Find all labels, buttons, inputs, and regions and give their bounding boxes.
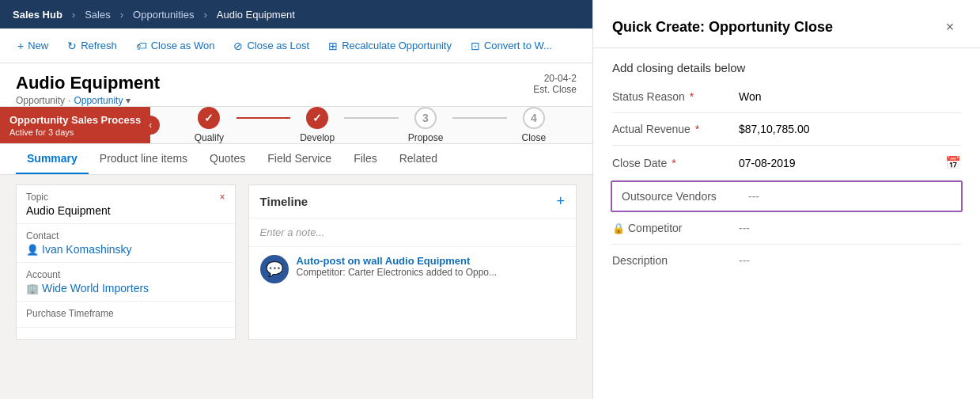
tab-summary[interactable]: Summary bbox=[16, 144, 89, 174]
record-subtype-link[interactable]: Opportunity bbox=[74, 95, 123, 106]
command-bar: + New ↻ Refresh 🏷 Close as Won ⊘ Close a… bbox=[0, 28, 592, 63]
step-propose-circle[interactable]: 3 bbox=[414, 107, 437, 129]
breadcrumb-sep-1: › bbox=[72, 9, 75, 21]
breadcrumb-sep-3: › bbox=[203, 9, 206, 21]
close-lost-label: Close as Lost bbox=[247, 40, 309, 51]
timeline-content: Auto-post on wall Audio Equipment Compet… bbox=[297, 255, 497, 278]
panel-form: Status Reason * Won Actual Revenue * $87… bbox=[593, 81, 980, 276]
refresh-label: Refresh bbox=[81, 40, 117, 51]
panel-header: Quick Create: Opportunity Close × bbox=[593, 0, 980, 48]
step-propose-label: Propose bbox=[408, 132, 444, 143]
tabs-bar: Summary Product line items Quotes Field … bbox=[0, 144, 592, 175]
breadcrumb-sales[interactable]: Sales bbox=[85, 9, 111, 21]
form-value-competitor[interactable]: --- bbox=[739, 222, 961, 234]
form-row-outsource-vendors: Outsource Vendors --- bbox=[611, 180, 963, 212]
convert-icon: ⊡ bbox=[471, 40, 480, 52]
content-area: Topic × Audio Equipment Contact 👤 Ivan K… bbox=[0, 175, 592, 349]
field-topic-value: Audio Equipment bbox=[26, 204, 225, 217]
step-develop-circle[interactable]: ✓ bbox=[306, 107, 328, 129]
form-row-close-date: Close Date * 07-08-2019 📅 bbox=[612, 146, 961, 180]
form-label-actual-revenue: Actual Revenue * bbox=[612, 123, 739, 135]
form-row-actual-revenue: Actual Revenue * $87,10,785.00 bbox=[612, 113, 961, 146]
timeline-note-input[interactable]: Enter a note... bbox=[249, 218, 576, 247]
recalculate-button[interactable]: ⊞ Recalculate Opportunity bbox=[320, 35, 460, 57]
field-contact: Contact 👤 Ivan Komashinsky bbox=[17, 224, 235, 263]
breadcrumb-current: Audio Equipment bbox=[217, 9, 295, 21]
topic-required: × bbox=[220, 192, 225, 203]
step-line-2 bbox=[344, 117, 398, 119]
step-propose: 3 Propose bbox=[399, 107, 452, 143]
meta-dot: · bbox=[68, 95, 70, 106]
timeline-header: Timeline + bbox=[249, 185, 576, 218]
form-value-status-reason[interactable]: Won bbox=[739, 90, 961, 103]
form-value-outsource-vendors[interactable]: --- bbox=[748, 190, 952, 203]
field-contact-label: Contact bbox=[26, 230, 225, 241]
timeline-panel: Timeline + Enter a note... 💬 Auto-post o… bbox=[248, 184, 577, 340]
timeline-item-0: 💬 Auto-post on wall Audio Equipment Comp… bbox=[249, 247, 576, 291]
form-label-close-date: Close Date * bbox=[612, 157, 739, 169]
form-row-status-reason: Status Reason * Won bbox=[612, 81, 961, 113]
actual-revenue-required: * bbox=[695, 123, 699, 135]
process-bar: Opportunity Sales Process Active for 3 d… bbox=[0, 107, 592, 144]
contact-icon: 👤 bbox=[26, 244, 39, 256]
top-nav: Sales Hub › Sales › Opportunities › Audi… bbox=[0, 0, 592, 28]
lock-icon: 🔒 bbox=[612, 222, 625, 234]
field-account-value[interactable]: 🏢 Wide World Importers bbox=[26, 282, 225, 294]
breadcrumb-opportunities[interactable]: Opportunities bbox=[133, 9, 194, 21]
timeline-add-button[interactable]: + bbox=[556, 193, 565, 210]
form-value-close-date[interactable]: 07-08-2019 bbox=[739, 157, 945, 169]
field-topic-label: Topic × bbox=[26, 192, 225, 203]
step-close: 4 Close bbox=[507, 107, 561, 143]
calendar-icon[interactable]: 📅 bbox=[945, 155, 961, 170]
refresh-button[interactable]: ↻ Refresh bbox=[59, 35, 125, 57]
panel-close-button[interactable]: × bbox=[939, 16, 961, 38]
step-develop: ✓ Develop bbox=[290, 107, 344, 143]
timeline-avatar: 💬 bbox=[260, 255, 289, 283]
form-label-description: Description bbox=[612, 254, 739, 267]
timeline-title: Timeline bbox=[260, 195, 308, 208]
step-qualify-circle[interactable]: ✓ bbox=[198, 107, 220, 129]
new-button[interactable]: + New bbox=[9, 35, 56, 57]
convert-label: Convert to W... bbox=[484, 40, 552, 51]
step-qualify-label: Qualify bbox=[195, 132, 224, 143]
record-type: Opportunity bbox=[16, 95, 65, 106]
status-reason-required: * bbox=[690, 90, 694, 103]
tab-files[interactable]: Files bbox=[342, 144, 388, 174]
close-as-won-button[interactable]: 🏷 Close as Won bbox=[128, 35, 223, 57]
step-line-3 bbox=[452, 117, 506, 119]
close-date-row: 07-08-2019 📅 bbox=[739, 155, 961, 170]
field-purchase-timeframe-label: Purchase Timeframe bbox=[26, 308, 225, 319]
tab-product-line-items[interactable]: Product line items bbox=[89, 144, 199, 174]
convert-button[interactable]: ⊡ Convert to W... bbox=[463, 35, 560, 57]
timeline-avatar-icon: 💬 bbox=[266, 260, 283, 278]
record-meta: Opportunity · Opportunity ▾ bbox=[16, 95, 160, 106]
form-value-description[interactable]: --- bbox=[739, 254, 961, 267]
field-purchase-timeframe: Purchase Timeframe bbox=[17, 302, 235, 328]
field-account: Account 🏢 Wide World Importers bbox=[17, 263, 235, 302]
tab-field-service[interactable]: Field Service bbox=[256, 144, 342, 174]
close-won-icon: 🏷 bbox=[136, 40, 147, 52]
form-value-actual-revenue[interactable]: $87,10,785.00 bbox=[739, 123, 961, 135]
record-date2: Est. Close bbox=[533, 84, 577, 95]
process-active: Active for 3 days bbox=[9, 127, 141, 137]
process-collapse-button[interactable]: ‹ bbox=[141, 116, 160, 135]
process-steps: ✓ Qualify ✓ Develop 3 Propose 4 bbox=[150, 107, 592, 143]
field-contact-value[interactable]: 👤 Ivan Komashinsky bbox=[26, 243, 225, 256]
step-develop-label: Develop bbox=[300, 132, 335, 143]
record-date1: 20-04-2 bbox=[533, 73, 577, 84]
timeline-item-title[interactable]: Auto-post on wall Audio Equipment bbox=[297, 255, 497, 267]
tab-quotes[interactable]: Quotes bbox=[199, 144, 256, 174]
close-as-lost-button[interactable]: ⊘ Close as Lost bbox=[225, 35, 317, 57]
recalculate-label: Recalculate Opportunity bbox=[342, 40, 452, 51]
form-row-description: Description --- bbox=[612, 245, 961, 276]
tab-related[interactable]: Related bbox=[388, 144, 448, 174]
new-label: New bbox=[28, 40, 48, 51]
record-subtype-dropdown[interactable]: ▾ bbox=[126, 95, 131, 106]
process-name: Opportunity Sales Process bbox=[9, 114, 141, 126]
record-dates: 20-04-2 Est. Close bbox=[533, 73, 577, 95]
quick-create-panel: Quick Create: Opportunity Close × Add cl… bbox=[592, 0, 980, 399]
field-account-label: Account bbox=[26, 269, 225, 280]
timeline-item-sub: Competitor: Carter Electronics added to … bbox=[297, 267, 497, 278]
field-topic: Topic × Audio Equipment bbox=[17, 185, 235, 224]
step-close-circle[interactable]: 4 bbox=[523, 107, 545, 129]
